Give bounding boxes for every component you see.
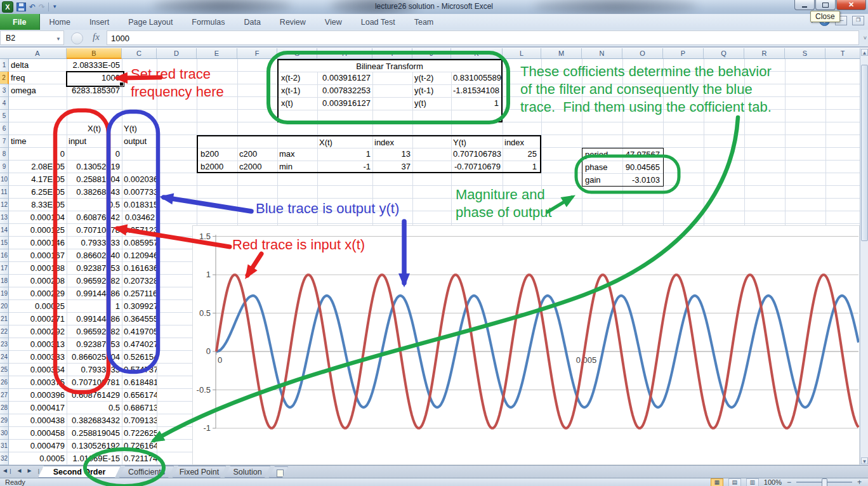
excel-app-icon[interactable]: X — [2, 1, 13, 13]
cell-C16[interactable]: 0.120946 — [122, 249, 157, 262]
cell-B13[interactable]: 0.60876142 — [67, 211, 122, 224]
close-button[interactable]: ✕ — [836, 0, 866, 10]
page-layout-view-icon[interactable]: ▤ — [728, 478, 741, 486]
column-header-H[interactable]: H — [317, 48, 372, 58]
cell-B7[interactable]: input — [67, 135, 122, 148]
column-header-M[interactable]: M — [541, 48, 582, 58]
ribbon-tab-data[interactable]: Data — [234, 14, 270, 30]
cell-A10[interactable]: 4.17E-05 — [9, 173, 67, 186]
cell-C24[interactable]: 0.526154 — [122, 351, 157, 364]
cell-A14[interactable]: 0.000125 — [9, 224, 67, 237]
cell-C18[interactable]: 0.207328 — [122, 275, 157, 287]
prev-sheet-icon[interactable]: ◄ — [16, 467, 23, 474]
vertical-scroll-thumb[interactable] — [861, 65, 868, 241]
cell-C19[interactable]: 0.257116 — [122, 287, 157, 300]
ribbon-tab-formulas[interactable]: Formulas — [182, 14, 234, 30]
cell-A31[interactable]: 0.000479 — [9, 440, 67, 452]
row-header-22[interactable]: 22 — [0, 325, 9, 338]
cell-A7[interactable]: time — [9, 135, 67, 148]
scroll-down-icon[interactable]: ▼ — [861, 457, 868, 464]
name-box[interactable]: B2 — [0, 30, 64, 45]
ribbon-tab-page-layout[interactable]: Page Layout — [119, 14, 182, 30]
cell-B14[interactable]: 0.70710678 — [67, 224, 122, 237]
column-header-D[interactable]: D — [157, 48, 197, 58]
row-header-11[interactable]: 11 — [0, 186, 9, 199]
column-header-N[interactable]: N — [582, 48, 622, 58]
page-break-view-icon[interactable]: ▥ — [746, 478, 759, 486]
cell-C11[interactable]: 0.007733 — [122, 186, 157, 199]
column-header-F[interactable]: F — [237, 48, 277, 58]
cell-B10[interactable]: 0.25881904 — [67, 173, 122, 186]
next-sheet-icon[interactable]: ► — [27, 467, 33, 474]
cell-C13[interactable]: 0.03462 — [122, 211, 157, 224]
fill-handle[interactable] — [119, 82, 124, 86]
cell-B19[interactable]: 0.99144486 — [67, 287, 122, 300]
cell-A23[interactable]: 0.000313 — [9, 338, 67, 351]
ribbon-tab-insert[interactable]: Insert — [80, 14, 119, 30]
cell-B17[interactable]: 0.92387953 — [67, 262, 122, 275]
cell-C6[interactable]: Y(t) — [122, 122, 157, 135]
zoom-out-icon[interactable]: − — [787, 479, 791, 485]
cell-A2[interactable]: freq — [9, 72, 67, 84]
row-header-26[interactable]: 26 — [0, 376, 9, 389]
cell-B12[interactable]: 0.5 — [67, 199, 122, 211]
cell-A13[interactable]: 0.000104 — [9, 211, 67, 224]
column-header-S[interactable]: S — [785, 48, 825, 58]
cell-A8[interactable]: 0 — [9, 148, 67, 161]
cell-B20[interactable]: 1 — [67, 300, 122, 313]
ribbon-tab-team[interactable]: Team — [405, 14, 444, 30]
formula-bar-expand-icon[interactable]: ˅ — [864, 35, 867, 41]
column-header-K[interactable]: K — [451, 48, 503, 58]
row-header-18[interactable]: 18 — [0, 275, 9, 287]
qat-dropdown-icon[interactable]: ▼ — [52, 2, 57, 12]
zoom-level[interactable]: 100% — [764, 478, 782, 486]
column-header-G[interactable]: G — [277, 48, 317, 58]
cell-C22[interactable]: 0.419705 — [122, 325, 157, 338]
row-header-10[interactable]: 10 — [0, 173, 9, 186]
column-header-J[interactable]: J — [412, 48, 451, 58]
row-header-15[interactable]: 15 — [0, 237, 9, 249]
cell-A11[interactable]: 6.25E-05 — [9, 186, 67, 199]
cell-B11[interactable]: 0.38268343 — [67, 186, 122, 199]
cell-B23[interactable]: 0.92387953 — [67, 338, 122, 351]
row-header-8[interactable]: 8 — [0, 148, 9, 161]
row-header-2[interactable]: 2 — [0, 72, 9, 84]
zoom-in-icon[interactable]: + — [857, 479, 862, 485]
workbook-restore-button[interactable]: ❐ — [852, 16, 864, 25]
sheet-tab-solution[interactable]: Solution — [225, 466, 270, 478]
cell-B25[interactable]: 0.7933533 — [67, 364, 122, 376]
cell-B16[interactable]: 0.86602540 — [67, 249, 122, 262]
cell-C23[interactable]: 0.474027 — [122, 338, 157, 351]
cell-C26[interactable]: 0.618481 — [122, 376, 157, 389]
column-header-O[interactable]: O — [622, 48, 663, 58]
cell-B18[interactable]: 0.96592582 — [67, 275, 122, 287]
cell-A3[interactable]: omega — [9, 84, 67, 97]
column-header-A[interactable]: A — [9, 48, 67, 58]
cell-B22[interactable]: 0.96592582 — [67, 325, 122, 338]
cell-B30[interactable]: 0.258819045 — [67, 427, 122, 440]
cell-A12[interactable]: 8.33E-05 — [9, 199, 67, 211]
ribbon-tab-home[interactable]: Home — [40, 14, 80, 30]
row-header-9[interactable]: 9 — [0, 161, 9, 173]
column-header-R[interactable]: R — [744, 48, 785, 58]
formula-input[interactable]: 1000 — [107, 30, 859, 45]
cell-A28[interactable]: 0.000417 — [9, 402, 67, 414]
column-header-P[interactable]: P — [663, 48, 704, 58]
cell-B6[interactable]: X(t) — [67, 122, 122, 135]
selected-cell-border[interactable] — [66, 71, 124, 87]
insert-worksheet-tab[interactable] — [269, 466, 288, 478]
cell-B1[interactable]: 2.08333E-05 — [67, 59, 122, 72]
cell-C21[interactable]: 0.364555 — [122, 313, 157, 325]
cell-A24[interactable]: 0.000333 — [9, 351, 67, 364]
ribbon-tab-load-test[interactable]: Load Test — [352, 14, 405, 30]
row-header-27[interactable]: 27 — [0, 389, 9, 402]
cell-A25[interactable]: 0.000354 — [9, 364, 67, 376]
scroll-up-icon[interactable]: ▲ — [861, 49, 868, 56]
cell-C20[interactable]: 0.309927 — [122, 300, 157, 313]
name-box-dropdown-icon[interactable]: ▼ — [56, 36, 61, 42]
row-header-31[interactable]: 31 — [0, 440, 9, 452]
cell-C30[interactable]: 0.722625 — [122, 427, 157, 440]
row-header-32[interactable]: 32 — [0, 452, 9, 465]
row-header-29[interactable]: 29 — [0, 414, 9, 427]
cell-A29[interactable]: 0.000438 — [9, 414, 67, 427]
